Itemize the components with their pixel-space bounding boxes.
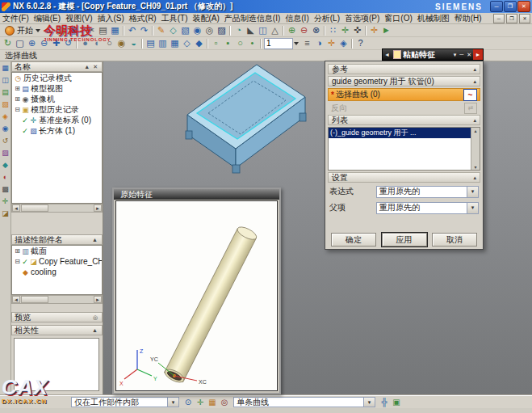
isometric-view-icon[interactable]: ◇ bbox=[181, 38, 193, 49]
layer-settings-icon[interactable]: ≡ bbox=[301, 38, 313, 49]
help-icon[interactable]: ? bbox=[354, 38, 367, 49]
selection-scope-combo[interactable]: 仅在工作部件内部 ▾ bbox=[71, 397, 179, 407]
snap-center-icon[interactable]: ○ bbox=[234, 38, 246, 49]
settings-group-header[interactable]: 设置 ▴ bbox=[328, 172, 480, 183]
tree-item-datum-csys[interactable]: ✓✛基准坐标系 (0) bbox=[12, 115, 102, 125]
copy-icon[interactable]: ▤ bbox=[97, 25, 109, 36]
snap-point-icon[interactable]: • bbox=[246, 38, 258, 49]
redo-icon[interactable]: ↷ bbox=[138, 25, 150, 36]
chamfer-icon[interactable]: ◣ bbox=[245, 25, 257, 36]
collapse-group-icon[interactable]: ▴ bbox=[473, 78, 476, 85]
trimetric-view-icon[interactable]: ◆ bbox=[193, 38, 205, 49]
dialog-close-icon[interactable]: ✕ bbox=[465, 52, 473, 58]
cancel-button[interactable]: 取消 bbox=[432, 233, 477, 247]
reverse-direction-icon[interactable]: ⇄ bbox=[464, 103, 477, 114]
scroll-right-icon[interactable]: ► bbox=[94, 296, 102, 303]
menu-item-9[interactable]: 分析(L) bbox=[312, 12, 342, 25]
scale-input[interactable] bbox=[264, 38, 293, 49]
collapse-group-icon[interactable]: ▴ bbox=[473, 175, 476, 181]
reference-group-header[interactable]: 参考 ▴ bbox=[328, 64, 480, 74]
scroll-down-icon[interactable]: ▾ bbox=[474, 164, 476, 170]
grid-snap-icon[interactable]: ▦ bbox=[207, 397, 218, 407]
stop-selection-icon[interactable]: ▣ bbox=[391, 397, 402, 407]
paste-icon[interactable]: ▦ bbox=[109, 25, 121, 36]
move-object-icon[interactable]: ✛ bbox=[339, 25, 351, 36]
mdi-close-button[interactable]: ✕ bbox=[519, 14, 530, 23]
shaded-edges-icon[interactable]: ◐ bbox=[91, 38, 103, 49]
scroll-left-icon[interactable]: ◄ bbox=[12, 204, 20, 212]
menu-item-0[interactable]: 文件(F) bbox=[0, 12, 31, 25]
revolve-icon[interactable]: ◉ bbox=[191, 25, 203, 36]
collapse-panel-icon[interactable]: ▲ bbox=[90, 327, 99, 333]
list-scrollbar[interactable]: ▴ ▾ bbox=[471, 128, 480, 170]
maximize-button[interactable]: ❐ bbox=[504, 1, 517, 12]
scrollbar-thumb[interactable] bbox=[21, 204, 48, 212]
preview-section-header[interactable]: 预览 ◎ bbox=[11, 312, 103, 322]
collapse-icon[interactable]: ⊟ bbox=[14, 258, 21, 265]
close-button[interactable]: ✕ bbox=[517, 1, 530, 12]
descriptive-part-name-header[interactable]: 描述性部件名 ▲ bbox=[11, 234, 103, 245]
shell-icon[interactable]: ◫ bbox=[257, 25, 269, 36]
zoom-out-icon[interactable]: ⊖ bbox=[38, 38, 50, 49]
tree-item-sections[interactable]: ⊞▥截面 bbox=[12, 246, 102, 256]
menu-item-1[interactable]: 编辑(E) bbox=[31, 12, 63, 25]
wcs-display-icon[interactable]: ✛ bbox=[325, 38, 337, 49]
menu-item-5[interactable]: 工具(T) bbox=[159, 12, 191, 25]
measure-icon[interactable]: ✜ bbox=[351, 25, 363, 36]
menu-item-3[interactable]: 插入(S) bbox=[94, 12, 126, 25]
magnifier-icon[interactable]: ◎ bbox=[91, 314, 99, 321]
tree-item-cooling-part[interactable]: ◆cooling bbox=[12, 267, 102, 277]
manufacturing-wizard-icon[interactable]: ◆ bbox=[1, 161, 10, 170]
navigator-name-header[interactable]: 名称 ▲ ✕ bbox=[11, 61, 103, 72]
snap-midpoint-icon[interactable]: ▪ bbox=[222, 38, 234, 49]
checkbox-checked-icon[interactable]: ✓ bbox=[21, 258, 29, 266]
dialog-detach-icon[interactable]: ► bbox=[473, 49, 483, 60]
dropdown-arrow-icon[interactable]: ▾ bbox=[467, 203, 478, 213]
menu-item-8[interactable]: 信息(I) bbox=[283, 12, 311, 25]
dialog-back-icon[interactable]: ◄ bbox=[383, 52, 392, 57]
dialog-menu-icon[interactable]: ▾ bbox=[452, 52, 459, 58]
menu-item-13[interactable]: 帮助(H) bbox=[452, 12, 484, 25]
paste-feature-dialog-titlebar[interactable]: ◄ 粘贴特征 ▾ ─ ✕ ► bbox=[382, 48, 484, 61]
minimize-button[interactable]: ─ bbox=[490, 1, 503, 12]
expand-icon[interactable]: ⊞ bbox=[14, 85, 21, 92]
unite-icon[interactable]: ⊕ bbox=[286, 25, 298, 36]
mdi-minimize-button[interactable]: ─ bbox=[493, 14, 505, 23]
fence-selection-icon[interactable]: ╬ bbox=[379, 397, 390, 407]
save-part-icon[interactable]: ▣ bbox=[68, 25, 80, 36]
list-item-selected[interactable]: (-)_guide geometry 用于 ... bbox=[329, 128, 471, 138]
tree-item-model-views[interactable]: ⊞▤模型视图 bbox=[12, 83, 102, 94]
navigator-hscrollbar[interactable]: ◄ ► bbox=[11, 204, 103, 213]
datum-plane-icon[interactable]: ◇ bbox=[167, 25, 179, 36]
original-feature-window[interactable]: 原始特征 bbox=[112, 188, 281, 394]
pan-icon[interactable]: ✚ bbox=[50, 38, 62, 49]
object-display-icon[interactable]: ◈ bbox=[337, 38, 350, 49]
wcs-icon[interactable]: ✛ bbox=[368, 25, 380, 36]
show-hide-icon[interactable]: ◑ bbox=[313, 38, 325, 49]
reuse-library-icon[interactable]: ◈ bbox=[1, 112, 10, 121]
open-part-icon[interactable]: ◪ bbox=[56, 25, 68, 36]
part-navigator-icon[interactable]: ▤ bbox=[1, 88, 10, 97]
dropdown-arrow-icon[interactable]: ▾ bbox=[467, 187, 478, 197]
highlight-icon[interactable]: ⊙ bbox=[182, 397, 194, 407]
magnify-region-icon[interactable]: ◎ bbox=[219, 397, 230, 407]
refresh-icon[interactable]: ↻ bbox=[2, 38, 14, 49]
start-menu-button[interactable]: 开始 bbox=[2, 25, 44, 36]
menu-item-2[interactable]: 视图(V) bbox=[63, 12, 94, 25]
user-tools-icon[interactable]: ✛ bbox=[1, 197, 10, 206]
dropdown-arrow-icon[interactable]: ▾ bbox=[363, 398, 375, 407]
intersect-icon[interactable]: ⊗ bbox=[310, 25, 322, 36]
cut-icon[interactable]: ✂ bbox=[85, 25, 97, 36]
rotate-view-icon[interactable]: ↺ bbox=[62, 38, 74, 49]
scroll-left-icon[interactable]: ◄ bbox=[12, 296, 20, 303]
side-view-icon[interactable]: ▦ bbox=[169, 38, 181, 49]
front-view-icon[interactable]: ▤ bbox=[145, 38, 157, 49]
trim-body-icon[interactable]: △ bbox=[269, 25, 281, 36]
list-group-header[interactable]: 列表 ▴ bbox=[328, 115, 480, 125]
snap-endpoint-icon[interactable]: ▫ bbox=[210, 38, 222, 49]
snap-point-toggle-icon[interactable]: ✛ bbox=[195, 397, 206, 407]
original-feature-titlebar[interactable]: 原始特征 bbox=[114, 189, 279, 200]
expand-icon[interactable]: ⊞ bbox=[14, 247, 21, 255]
scroll-up-icon[interactable]: ▴ bbox=[474, 128, 476, 133]
system-scenes-icon[interactable]: ▩ bbox=[1, 185, 10, 194]
